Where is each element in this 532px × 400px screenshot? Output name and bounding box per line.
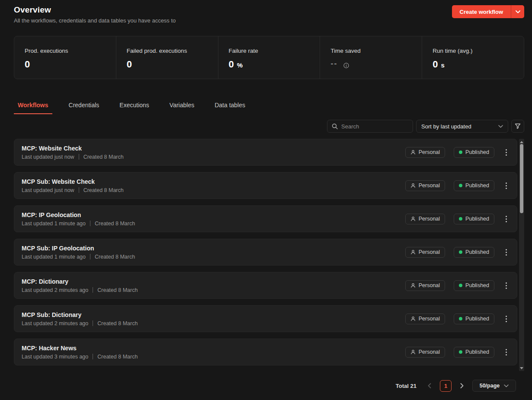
sort-dropdown[interactable]: Sort by last updated	[416, 120, 508, 133]
workflow-actions: Personal Published	[405, 180, 510, 191]
create-workflow-split-button: Create workflow	[452, 5, 524, 18]
workflow-card[interactable]: MCP Sub: IP Geolocation Last updated 1 m…	[14, 239, 517, 266]
workflow-list-region: MCP: Website Check Last updated just now…	[14, 139, 524, 371]
header-titles: Overview All the workflows, credentials …	[14, 5, 176, 24]
workflow-created: Created 8 March	[95, 254, 135, 260]
scroll-down-icon[interactable]	[519, 365, 524, 371]
workflow-updated: Last updated 2 minutes ago	[22, 320, 88, 326]
stat-card: Run time (avg.) 0 s	[422, 36, 524, 79]
stat-value: --	[330, 60, 337, 67]
stat-label: Run time (avg.)	[433, 48, 513, 54]
status-badge: Published	[454, 147, 494, 158]
stat-value-row: 0	[127, 60, 208, 69]
page-header: Overview All the workflows, credentials …	[0, 0, 532, 24]
stat-label: Prod. executions	[25, 48, 106, 54]
workflow-title: MCP Sub: Dictionary	[22, 311, 138, 318]
status-badge-label: Published	[465, 282, 489, 288]
owner-badge: Personal	[405, 314, 445, 324]
chevron-down-icon	[516, 10, 520, 13]
stat-card: Failed prod. executions 0	[116, 36, 218, 79]
create-workflow-button[interactable]: Create workflow	[452, 5, 511, 18]
status-badge-label: Published	[465, 216, 489, 222]
tab[interactable]: Workflows	[14, 102, 52, 114]
meta-divider	[79, 154, 79, 160]
filter-button[interactable]	[511, 120, 524, 133]
person-icon	[410, 283, 416, 288]
kebab-menu-icon[interactable]	[503, 314, 510, 324]
workflow-actions: Personal Published	[405, 147, 510, 158]
kebab-menu-icon[interactable]	[503, 147, 510, 157]
workflow-card[interactable]: MCP: IP Geolocation Last updated 1 minut…	[14, 205, 517, 232]
owner-badge-label: Personal	[419, 316, 440, 322]
meta-divider	[93, 354, 93, 359]
owner-badge-label: Personal	[419, 149, 440, 155]
workflow-updated: Last updated 2 minutes ago	[22, 287, 88, 293]
workflow-info: MCP: Website Check Last updated just now…	[22, 145, 124, 160]
stat-value: 0	[127, 60, 132, 69]
workflow-title: MCP Sub: Website Check	[22, 178, 124, 185]
owner-badge-label: Personal	[419, 216, 440, 222]
owner-badge: Personal	[405, 214, 445, 224]
status-badge: Published	[454, 247, 494, 258]
owner-badge: Personal	[405, 247, 445, 258]
workflow-actions: Personal Published	[405, 214, 510, 224]
stat-label: Failure rate	[229, 48, 310, 54]
stats-row: Prod. executions 0 Failed prod. executio…	[14, 36, 524, 79]
workflow-meta: Last updated 3 minutes ago Created 8 Mar…	[22, 354, 138, 360]
owner-badge: Personal	[405, 147, 445, 158]
kebab-menu-icon[interactable]	[503, 247, 510, 257]
stat-card: Prod. executions 0	[14, 36, 116, 79]
scrollbar[interactable]	[519, 139, 524, 371]
info-icon[interactable]	[343, 63, 349, 68]
kebab-menu-icon[interactable]	[503, 281, 510, 291]
page-number-button[interactable]: 1	[440, 380, 452, 392]
stat-value-row: 0 %	[229, 60, 310, 69]
workflow-list: MCP: Website Check Last updated just now…	[14, 139, 517, 371]
workflow-created: Created 8 March	[97, 354, 138, 360]
workflow-info: MCP: IP Geolocation Last updated 1 minut…	[22, 211, 135, 227]
workflow-card[interactable]: MCP Sub: Website Check Last updated just…	[14, 172, 517, 199]
chevron-down-icon	[504, 384, 509, 387]
workflow-actions: Personal Published	[405, 247, 510, 258]
tab[interactable]: Credentials	[65, 102, 103, 114]
workflow-title: MCP Sub: IP Geolocation	[22, 245, 135, 252]
workflow-created: Created 8 March	[95, 221, 135, 227]
person-icon	[410, 216, 416, 221]
kebab-menu-icon[interactable]	[503, 347, 510, 357]
workflow-card[interactable]: MCP: Dictionary Last updated 2 minutes a…	[14, 272, 517, 299]
create-workflow-dropdown-button[interactable]	[511, 5, 524, 18]
sort-dropdown-label: Sort by last updated	[421, 123, 471, 130]
stat-value: 0	[229, 60, 234, 69]
chevron-down-icon	[498, 125, 503, 128]
person-icon	[410, 150, 416, 155]
search-input[interactable]	[341, 123, 408, 130]
kebab-menu-icon[interactable]	[503, 181, 510, 191]
chevron-right-icon[interactable]	[458, 380, 466, 391]
kebab-menu-icon[interactable]	[503, 214, 510, 224]
workflow-title: MCP: Website Check	[22, 145, 124, 152]
workflow-updated: Last updated 1 minute ago	[22, 221, 86, 227]
stat-value-row: --	[330, 60, 411, 67]
meta-divider	[93, 320, 93, 326]
overview-page: Overview All the workflows, credentials …	[0, 0, 532, 400]
status-dot	[459, 284, 462, 287]
workflow-title: MCP: Dictionary	[22, 278, 138, 285]
workflow-card[interactable]: MCP: Hacker News Last updated 3 minutes …	[14, 339, 517, 365]
person-icon	[410, 250, 416, 255]
workflow-card[interactable]: MCP: Website Check Last updated just now…	[14, 139, 517, 166]
status-badge-label: Published	[465, 316, 489, 322]
stat-label: Failed prod. executions	[127, 48, 208, 54]
status-badge-label: Published	[465, 349, 489, 355]
person-icon	[410, 316, 416, 321]
tab[interactable]: Data tables	[211, 102, 249, 114]
scrollbar-thumb[interactable]	[520, 144, 523, 213]
chevron-left-icon[interactable]	[425, 380, 434, 391]
status-badge-label: Published	[465, 249, 489, 255]
page-size-label: 50/page	[480, 383, 500, 389]
tab[interactable]: Executions	[115, 102, 153, 114]
tab[interactable]: Variables	[166, 102, 198, 114]
status-dot	[459, 317, 462, 320]
page-size-select[interactable]: 50/page	[472, 380, 516, 392]
workflow-card[interactable]: MCP Sub: Dictionary Last updated 2 minut…	[14, 305, 517, 332]
workflow-info: MCP Sub: IP Geolocation Last updated 1 m…	[22, 245, 135, 260]
